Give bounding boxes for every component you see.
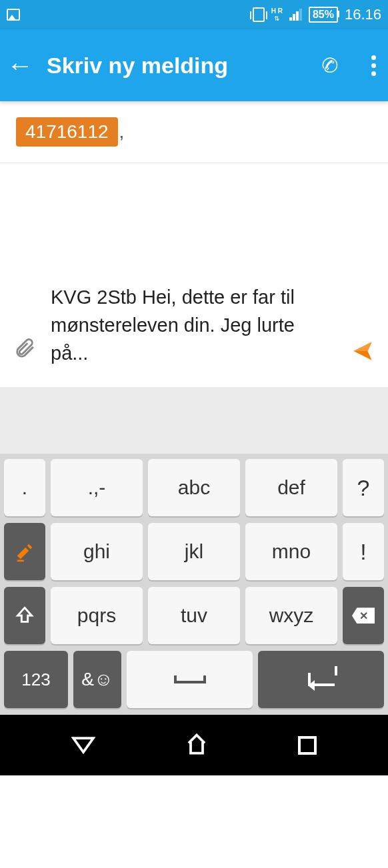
key-space-icon[interactable] <box>127 651 253 708</box>
vibrate-icon <box>253 7 265 22</box>
clock: 16.16 <box>345 6 381 23</box>
status-bar: H R ⇅ 85% 16.16 <box>0 0 388 29</box>
key-tuv[interactable]: tuv <box>148 587 240 644</box>
signal-icon <box>289 9 302 21</box>
conversation-area <box>0 163 388 283</box>
key-wxyz[interactable]: wxyz <box>245 587 337 644</box>
keyboard-suggestion-bar <box>0 387 388 454</box>
back-icon[interactable]: ← <box>7 51 33 81</box>
soft-keyboard: . .,- abc def ? ghi jkl mno ! pqrs tuv w… <box>0 454 388 715</box>
overflow-menu-icon[interactable] <box>371 55 376 76</box>
key-edit-icon[interactable] <box>4 523 45 580</box>
key-shift-icon[interactable] <box>4 587 45 644</box>
network-type: H R ⇅ <box>271 8 283 22</box>
recipient-field[interactable]: 41716112, <box>0 101 388 163</box>
battery-indicator: 85% <box>309 7 338 23</box>
send-icon[interactable] <box>351 339 375 367</box>
nav-recent-icon[interactable] <box>298 736 317 755</box>
call-icon[interactable]: ✆ <box>319 52 341 79</box>
key-mno[interactable]: mno <box>245 523 337 580</box>
key-jkl[interactable]: jkl <box>148 523 240 580</box>
key-emoji[interactable]: &☺ <box>73 651 121 708</box>
svg-rect-0 <box>17 560 24 562</box>
key-backspace-icon[interactable]: ✕ <box>343 587 384 644</box>
key-123[interactable]: 123 <box>4 651 68 708</box>
title-bar: ← Skriv ny melding ✆ <box>0 29 388 101</box>
nav-bar <box>0 715 388 775</box>
key-enter-icon[interactable] <box>258 651 384 708</box>
nav-back-icon[interactable] <box>71 733 95 757</box>
key-punct[interactable]: .,- <box>51 459 143 516</box>
picture-icon <box>7 9 20 21</box>
attach-icon[interactable] <box>13 336 36 367</box>
key-def[interactable]: def <box>245 459 337 516</box>
recipient-separator: , <box>119 121 125 142</box>
nav-home-icon[interactable] <box>184 732 209 759</box>
key-ghi[interactable]: ghi <box>51 523 143 580</box>
key-exclaim[interactable]: ! <box>343 523 384 580</box>
message-input[interactable]: KVG 2Stb Hei, dette er far til mønsterel… <box>47 283 340 367</box>
key-pqrs[interactable]: pqrs <box>51 587 143 644</box>
key-period[interactable]: . <box>4 459 45 516</box>
key-question[interactable]: ? <box>343 459 384 516</box>
compose-row: KVG 2Stb Hei, dette er far til mønsterel… <box>0 283 388 387</box>
recipient-chip[interactable]: 41716112 <box>16 117 118 147</box>
key-abc[interactable]: abc <box>148 459 240 516</box>
page-title: Skriv ny melding <box>47 53 308 79</box>
